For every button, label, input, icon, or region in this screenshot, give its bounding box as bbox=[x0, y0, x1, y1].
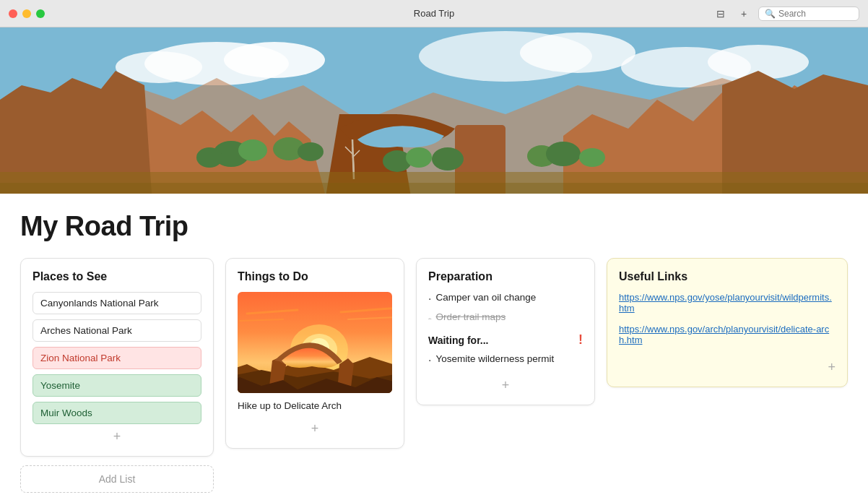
prep-item-trailmaps[interactable]: · Order trail maps bbox=[428, 311, 583, 325]
link-item-2[interactable]: https://www.nps.gov/arch/planyourvisit/d… bbox=[619, 324, 836, 345]
traffic-lights bbox=[9, 9, 45, 18]
waiting-header: Waiting for... ! bbox=[428, 332, 583, 348]
links-card: Useful Links https://www.nps.gov/yose/pl… bbox=[607, 258, 848, 387]
things-image bbox=[238, 292, 392, 393]
prep-item-permit-text: Yosemite wilderness permit bbox=[435, 353, 554, 364]
maximize-button[interactable] bbox=[36, 9, 45, 18]
search-box: 🔍 bbox=[758, 7, 859, 21]
add-place-button[interactable]: + bbox=[32, 429, 201, 444]
bullet-icon-3: · bbox=[428, 353, 431, 367]
prep-item-strikethrough-text: Order trail maps bbox=[435, 311, 505, 322]
new-note-icon[interactable]: ⊟ bbox=[712, 5, 729, 22]
add-link-button[interactable]: + bbox=[828, 360, 836, 375]
add-thing-button[interactable]: + bbox=[238, 421, 392, 436]
window-title: Road Trip bbox=[414, 8, 454, 19]
waiting-title: Waiting for... bbox=[428, 335, 488, 346]
svg-point-17 bbox=[238, 139, 267, 161]
search-icon: 🔍 bbox=[765, 9, 776, 19]
place-item-muirwoods[interactable]: Muir Woods bbox=[32, 402, 201, 424]
titlebar-right: ⊟ + 🔍 bbox=[712, 5, 859, 22]
prep-item-text: Camper van oil change bbox=[435, 292, 536, 303]
bullet-icon-2: · bbox=[428, 311, 431, 325]
place-item-zion[interactable]: Zion National Park bbox=[32, 347, 201, 369]
columns-container: Places to See Canyonlands National Park … bbox=[20, 258, 848, 493]
svg-point-23 bbox=[432, 147, 464, 171]
hero-image bbox=[0, 27, 868, 194]
prep-item-permit[interactable]: · Yosemite wilderness permit bbox=[428, 353, 583, 367]
warning-icon: ! bbox=[578, 332, 583, 348]
svg-point-5 bbox=[520, 33, 635, 73]
svg-point-22 bbox=[406, 147, 432, 168]
add-list-button[interactable]: Add List bbox=[20, 465, 214, 493]
places-card-title: Places to See bbox=[32, 270, 201, 283]
add-prep-button[interactable]: + bbox=[428, 378, 583, 393]
links-card-title: Useful Links bbox=[619, 270, 836, 283]
search-input[interactable] bbox=[778, 9, 853, 19]
places-card: Places to See Canyonlands National Park … bbox=[20, 258, 214, 493]
things-item-label[interactable]: Hike up to Delicate Arch bbox=[238, 400, 392, 411]
svg-point-18 bbox=[196, 147, 222, 168]
minimize-button[interactable] bbox=[22, 9, 31, 18]
place-item-arches[interactable]: Arches National Park bbox=[32, 319, 201, 342]
close-button[interactable] bbox=[9, 9, 17, 18]
links-card-footer: + bbox=[619, 355, 836, 375]
things-card: Things to Do bbox=[225, 258, 404, 449]
titlebar: Road Trip ⊟ + 🔍 bbox=[0, 0, 868, 27]
places-card-inner: Places to See Canyonlands National Park … bbox=[20, 258, 214, 457]
svg-rect-32 bbox=[0, 183, 868, 194]
svg-point-20 bbox=[298, 142, 324, 161]
add-icon[interactable]: + bbox=[735, 5, 752, 22]
place-item-canyonlands[interactable]: Canyonlands National Park bbox=[32, 292, 201, 314]
main-content: My Road Trip Places to See Canyonlands N… bbox=[0, 194, 868, 500]
svg-point-2 bbox=[224, 42, 325, 78]
bullet-icon: · bbox=[428, 292, 431, 306]
prep-card-title: Preparation bbox=[428, 270, 583, 283]
prep-card: Preparation · Camper van oil change · Or… bbox=[416, 258, 595, 405]
prep-item-oilchange[interactable]: · Camper van oil change bbox=[428, 292, 583, 306]
things-card-title: Things to Do bbox=[238, 270, 392, 283]
place-item-yosemite[interactable]: Yosemite bbox=[32, 374, 201, 397]
svg-point-25 bbox=[546, 142, 581, 166]
link-item-1[interactable]: https://www.nps.gov/yose/planyourvisit/w… bbox=[619, 292, 836, 314]
page-title: My Road Trip bbox=[20, 211, 848, 242]
svg-point-26 bbox=[579, 148, 605, 167]
